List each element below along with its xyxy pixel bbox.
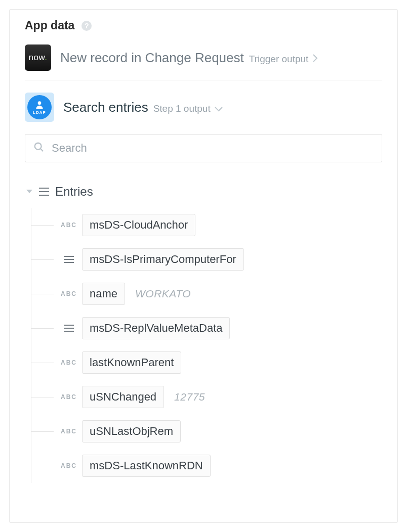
data-pill[interactable]: name — [82, 283, 125, 305]
tree-item[interactable]: ABCuSNLastObjRem — [31, 414, 382, 449]
tree-children: ABCmsDS-CloudAnchormsDS-IsPrimaryCompute… — [31, 208, 382, 483]
data-pill[interactable]: msDS-IsPrimaryComputerFor — [82, 248, 244, 271]
caret-down-icon[interactable] — [26, 189, 33, 194]
help-icon[interactable]: ? — [82, 21, 92, 31]
data-pill[interactable]: uSNChanged — [82, 386, 164, 408]
chevron-right-icon — [312, 54, 318, 62]
panel-header: App data ? — [25, 19, 382, 32]
tree-root[interactable]: Entries — [26, 185, 382, 199]
data-pill[interactable]: msDS-LastKnownRDN — [82, 455, 211, 477]
divider — [25, 80, 382, 80]
chevron-down-icon — [215, 106, 223, 112]
search-input[interactable] — [51, 141, 374, 155]
type-string-icon: ABC — [59, 393, 79, 401]
tree-root-label: Entries — [55, 185, 93, 199]
search-box[interactable] — [25, 134, 382, 162]
type-abc-label: ABC — [61, 221, 77, 229]
svg-point-0 — [38, 101, 42, 105]
type-abc-label: ABC — [61, 462, 77, 469]
app-badge-ldap: LDAP — [27, 95, 52, 119]
step-text: Search entries Step 1 output — [63, 100, 223, 115]
type-abc-label: ABC — [61, 393, 77, 401]
type-list-icon — [59, 255, 79, 263]
tree-item[interactable]: ABCmsDS-CloudAnchor — [31, 208, 382, 242]
tree-branch-line — [31, 259, 54, 260]
tree-item[interactable]: msDS-ReplValueMetaData — [31, 311, 382, 345]
type-string-icon: ABC — [59, 428, 79, 435]
type-string-icon: ABC — [59, 290, 79, 297]
list-icon — [39, 187, 49, 196]
tree-branch-line — [31, 466, 54, 466]
type-string-icon: ABC — [59, 462, 79, 469]
tree-branch-line — [31, 225, 54, 226]
data-pill[interactable]: msDS-CloudAnchor — [82, 214, 195, 236]
tree-item[interactable]: ABCuSNChanged12775 — [31, 380, 382, 414]
sample-value: WORKATO — [135, 288, 191, 300]
data-pill[interactable]: msDS-ReplValueMetaData — [82, 317, 230, 339]
step-row-step1[interactable]: LDAP Search entries Step 1 output — [25, 90, 382, 131]
sample-value: 12775 — [174, 391, 205, 403]
svg-point-1 — [35, 143, 42, 150]
step-subtitle: Step 1 output — [153, 103, 211, 114]
tree-branch-line — [31, 397, 54, 397]
step-title: New record in Change Request — [60, 50, 244, 66]
data-pill[interactable]: lastKnownParent — [82, 351, 181, 374]
app-badge-servicenow: now — [25, 45, 51, 71]
type-string-icon: ABC — [59, 359, 79, 366]
person-icon — [34, 100, 45, 110]
type-abc-label: ABC — [61, 290, 77, 297]
tree-item[interactable]: ABCmsDS-LastKnownRDN — [31, 449, 382, 483]
tree-item[interactable]: ABClastKnownParent — [31, 345, 382, 380]
app-badge-ldap-wrap: LDAP — [25, 93, 54, 122]
tree-branch-line — [31, 294, 54, 294]
type-string-icon: ABC — [59, 221, 79, 229]
tree-item[interactable]: msDS-IsPrimaryComputerFor — [31, 242, 382, 277]
tree-branch-line — [31, 363, 54, 363]
type-list-icon — [59, 324, 79, 332]
step-row-trigger[interactable]: now New record in Change Request Trigger… — [25, 41, 382, 80]
panel-title: App data — [25, 19, 74, 32]
tree-item[interactable]: ABCnameWORKATO — [31, 277, 382, 311]
data-pill[interactable]: uSNLastObjRem — [82, 420, 181, 442]
app-data-panel: App data ? now New record in Change Requ… — [9, 9, 398, 523]
step-title: Search entries — [63, 100, 148, 115]
tree-branch-line — [31, 328, 54, 329]
app-badge-label: LDAP — [33, 110, 46, 115]
type-abc-label: ABC — [61, 359, 77, 366]
step-subtitle: Trigger output — [249, 54, 309, 65]
tree-branch-line — [31, 431, 54, 432]
output-tree: Entries ABCmsDS-CloudAnchormsDS-IsPrimar… — [25, 185, 382, 483]
type-abc-label: ABC — [61, 428, 77, 435]
svg-line-2 — [40, 149, 44, 152]
step-text: New record in Change Request Trigger out… — [60, 50, 318, 66]
app-badge-label: now — [29, 53, 48, 63]
search-icon — [33, 142, 45, 155]
